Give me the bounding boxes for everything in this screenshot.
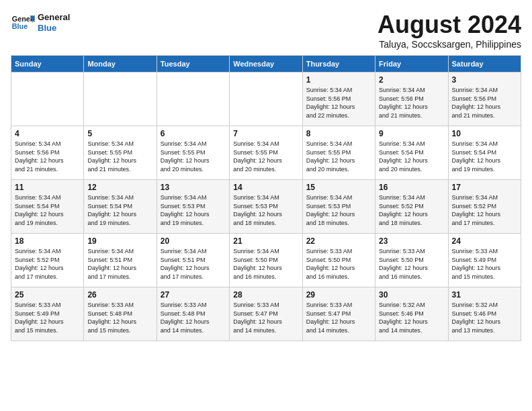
day-number: 23 <box>379 236 444 246</box>
calendar-cell: 11Sunrise: 5:34 AM Sunset: 5:54 PM Dayli… <box>11 180 84 234</box>
day-number: 6 <box>161 129 226 138</box>
day-info: Sunrise: 5:34 AM Sunset: 5:53 PM Dayligh… <box>306 193 371 227</box>
day-info: Sunrise: 5:34 AM Sunset: 5:54 PM Dayligh… <box>15 193 80 227</box>
calendar-cell: 21Sunrise: 5:34 AM Sunset: 5:50 PM Dayli… <box>230 234 302 287</box>
day-number: 21 <box>233 236 298 246</box>
logo: General Blue General Blue <box>11 11 70 35</box>
day-number: 20 <box>161 236 226 246</box>
weekday-header-sunday: Sunday <box>11 56 84 73</box>
day-number: 15 <box>306 183 371 192</box>
calendar-cell: 17Sunrise: 5:34 AM Sunset: 5:52 PM Dayli… <box>448 180 521 234</box>
calendar-week-row: 18Sunrise: 5:34 AM Sunset: 5:52 PM Dayli… <box>11 234 521 287</box>
calendar-cell <box>157 73 229 126</box>
day-info: Sunrise: 5:34 AM Sunset: 5:51 PM Dayligh… <box>87 247 152 281</box>
day-number: 17 <box>452 183 517 192</box>
day-info: Sunrise: 5:34 AM Sunset: 5:53 PM Dayligh… <box>233 193 298 227</box>
day-info: Sunrise: 5:33 AM Sunset: 5:47 PM Dayligh… <box>306 301 371 334</box>
calendar-cell: 20Sunrise: 5:34 AM Sunset: 5:51 PM Dayli… <box>157 234 229 287</box>
calendar-cell <box>230 73 302 126</box>
day-number: 29 <box>306 290 371 300</box>
day-info: Sunrise: 5:34 AM Sunset: 5:56 PM Dayligh… <box>306 86 371 120</box>
calendar-cell: 27Sunrise: 5:33 AM Sunset: 5:48 PM Dayli… <box>157 287 229 341</box>
day-info: Sunrise: 5:33 AM Sunset: 5:47 PM Dayligh… <box>233 301 298 334</box>
calendar-week-row: 25Sunrise: 5:33 AM Sunset: 5:49 PM Dayli… <box>11 287 521 341</box>
calendar-cell: 15Sunrise: 5:34 AM Sunset: 5:53 PM Dayli… <box>302 180 375 234</box>
day-number: 26 <box>87 290 152 300</box>
day-info: Sunrise: 5:33 AM Sunset: 5:48 PM Dayligh… <box>161 301 226 334</box>
calendar-cell: 30Sunrise: 5:32 AM Sunset: 5:46 PM Dayli… <box>375 287 448 341</box>
calendar-week-row: 4Sunrise: 5:34 AM Sunset: 5:56 PM Daylig… <box>11 126 521 180</box>
day-info: Sunrise: 5:34 AM Sunset: 5:55 PM Dayligh… <box>233 140 298 173</box>
calendar-cell: 23Sunrise: 5:33 AM Sunset: 5:50 PM Dayli… <box>375 234 448 287</box>
calendar-cell: 7Sunrise: 5:34 AM Sunset: 5:55 PM Daylig… <box>230 126 302 180</box>
page-header: General Blue General Blue August 2024 Ta… <box>11 11 521 50</box>
day-number: 8 <box>306 129 371 138</box>
day-number: 12 <box>87 183 152 192</box>
logo-text-line1: General <box>38 12 70 23</box>
location-subtitle: Taluya, Soccsksargen, Philippines <box>378 39 521 50</box>
day-info: Sunrise: 5:34 AM Sunset: 5:55 PM Dayligh… <box>161 140 226 173</box>
calendar-cell <box>11 73 84 126</box>
day-info: Sunrise: 5:34 AM Sunset: 5:54 PM Dayligh… <box>452 140 517 173</box>
calendar-cell: 26Sunrise: 5:33 AM Sunset: 5:48 PM Dayli… <box>84 287 157 341</box>
day-number: 24 <box>452 236 517 246</box>
calendar-cell: 18Sunrise: 5:34 AM Sunset: 5:52 PM Dayli… <box>11 234 84 287</box>
calendar-cell: 24Sunrise: 5:33 AM Sunset: 5:49 PM Dayli… <box>448 234 521 287</box>
day-info: Sunrise: 5:34 AM Sunset: 5:52 PM Dayligh… <box>379 193 444 227</box>
day-number: 14 <box>233 183 298 192</box>
day-info: Sunrise: 5:34 AM Sunset: 5:53 PM Dayligh… <box>161 193 226 227</box>
calendar-week-row: 1Sunrise: 5:34 AM Sunset: 5:56 PM Daylig… <box>11 73 521 126</box>
logo-icon: General Blue <box>11 11 35 35</box>
month-year-title: August 2024 <box>378 11 521 39</box>
day-number: 31 <box>452 290 517 300</box>
calendar-cell: 13Sunrise: 5:34 AM Sunset: 5:53 PM Dayli… <box>157 180 229 234</box>
calendar-cell: 19Sunrise: 5:34 AM Sunset: 5:51 PM Dayli… <box>84 234 157 287</box>
day-info: Sunrise: 5:34 AM Sunset: 5:55 PM Dayligh… <box>87 140 152 173</box>
logo-text-line2: Blue <box>38 23 70 34</box>
calendar-cell: 16Sunrise: 5:34 AM Sunset: 5:52 PM Dayli… <box>375 180 448 234</box>
day-number: 10 <box>452 129 517 138</box>
day-number: 3 <box>452 75 517 85</box>
day-number: 27 <box>161 290 226 300</box>
weekday-header-thursday: Thursday <box>302 56 375 73</box>
day-info: Sunrise: 5:33 AM Sunset: 5:49 PM Dayligh… <box>452 247 517 281</box>
day-info: Sunrise: 5:34 AM Sunset: 5:54 PM Dayligh… <box>87 193 152 227</box>
weekday-header-monday: Monday <box>84 56 157 73</box>
day-number: 1 <box>306 75 371 85</box>
day-number: 4 <box>15 129 80 138</box>
weekday-header-row: SundayMondayTuesdayWednesdayThursdayFrid… <box>11 56 521 73</box>
calendar-cell: 25Sunrise: 5:33 AM Sunset: 5:49 PM Dayli… <box>11 287 84 341</box>
weekday-header-tuesday: Tuesday <box>157 56 229 73</box>
calendar-cell: 9Sunrise: 5:34 AM Sunset: 5:54 PM Daylig… <box>375 126 448 180</box>
calendar-cell: 1Sunrise: 5:34 AM Sunset: 5:56 PM Daylig… <box>302 73 375 126</box>
day-number: 30 <box>379 290 444 300</box>
title-section: August 2024 Taluya, Soccsksargen, Philip… <box>378 11 521 50</box>
day-info: Sunrise: 5:33 AM Sunset: 5:50 PM Dayligh… <box>379 247 444 281</box>
day-info: Sunrise: 5:34 AM Sunset: 5:55 PM Dayligh… <box>306 140 371 173</box>
weekday-header-wednesday: Wednesday <box>230 56 302 73</box>
day-number: 9 <box>379 129 444 138</box>
calendar-cell: 6Sunrise: 5:34 AM Sunset: 5:55 PM Daylig… <box>157 126 229 180</box>
day-info: Sunrise: 5:34 AM Sunset: 5:51 PM Dayligh… <box>161 247 226 281</box>
calendar-cell: 8Sunrise: 5:34 AM Sunset: 5:55 PM Daylig… <box>302 126 375 180</box>
svg-text:Blue: Blue <box>12 22 28 30</box>
calendar-cell: 2Sunrise: 5:34 AM Sunset: 5:56 PM Daylig… <box>375 73 448 126</box>
day-info: Sunrise: 5:34 AM Sunset: 5:56 PM Dayligh… <box>15 140 80 173</box>
day-number: 2 <box>379 75 444 85</box>
day-number: 18 <box>15 236 80 246</box>
calendar-cell: 22Sunrise: 5:33 AM Sunset: 5:50 PM Dayli… <box>302 234 375 287</box>
calendar-cell: 12Sunrise: 5:34 AM Sunset: 5:54 PM Dayli… <box>84 180 157 234</box>
calendar-cell: 4Sunrise: 5:34 AM Sunset: 5:56 PM Daylig… <box>11 126 84 180</box>
day-number: 19 <box>87 236 152 246</box>
day-info: Sunrise: 5:34 AM Sunset: 5:52 PM Dayligh… <box>452 193 517 227</box>
calendar-cell: 5Sunrise: 5:34 AM Sunset: 5:55 PM Daylig… <box>84 126 157 180</box>
day-number: 5 <box>87 129 152 138</box>
day-number: 11 <box>15 183 80 192</box>
calendar-cell: 31Sunrise: 5:32 AM Sunset: 5:46 PM Dayli… <box>448 287 521 341</box>
day-number: 7 <box>233 129 298 138</box>
day-info: Sunrise: 5:33 AM Sunset: 5:49 PM Dayligh… <box>15 301 80 334</box>
day-info: Sunrise: 5:33 AM Sunset: 5:48 PM Dayligh… <box>87 301 152 334</box>
weekday-header-friday: Friday <box>375 56 448 73</box>
day-number: 25 <box>15 290 80 300</box>
day-info: Sunrise: 5:34 AM Sunset: 5:52 PM Dayligh… <box>15 247 80 281</box>
